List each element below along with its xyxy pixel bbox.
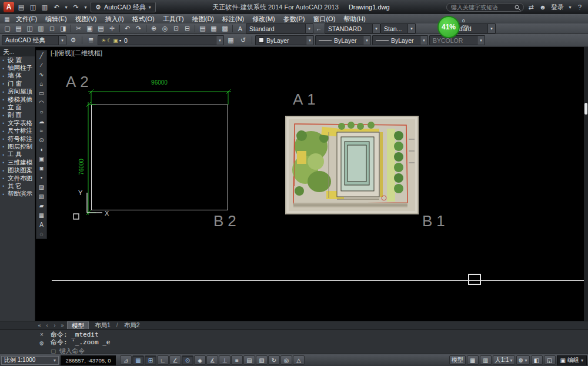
help-icon[interactable]: ? [575,2,584,12]
construction-line-tool[interactable]: ∕ [36,60,46,69]
ellipse-arc-tool[interactable]: ◖ [36,145,46,154]
open-file-button[interactable]: ▤ [13,24,24,33]
chevron-down-icon[interactable]: ▾ [58,36,66,45]
polyline-tool[interactable]: ∿ [36,69,46,79]
arc-tool[interactable]: ◠ [36,98,46,107]
chevron-down-icon[interactable]: ▾ [216,36,223,45]
workspace-switcher[interactable]: ⚙ AutoCAD 经典 ▾ [91,2,156,12]
zoom-realtime-button[interactable]: ◎ [159,24,171,33]
search-input[interactable] [446,3,524,12]
table-style-combo[interactable]: Stan... ▾ [380,23,416,33]
plot-button[interactable]: ▥ [35,24,46,33]
publish-button[interactable]: ◨ [58,24,69,33]
autocad-logo-icon[interactable]: A [4,2,14,12]
osnap-3d-toggle[interactable]: ◈ [194,355,206,365]
dynamic-ucs-toggle[interactable]: ⊥ [219,355,230,365]
chevron-down-icon[interactable]: ▾ [372,24,380,33]
sidebar-item-file-layout[interactable]: ▪文件布图 [0,174,35,182]
new-file-button[interactable]: ▢ [2,24,13,33]
copy-button[interactable]: ▣ [84,24,95,33]
spline-tool[interactable]: ≈ [36,126,46,135]
lineweight-toggle[interactable]: ▤ [243,355,255,365]
viewport-controls[interactable]: [-][俯视][二维线框] [51,49,102,58]
sidebar-item-others[interactable]: ▪其 它 [0,182,35,190]
scale-combo[interactable]: 比例 1:1000 ▾ [1,356,59,365]
cut-button[interactable]: ✂ [73,24,84,33]
sidebar-item-symbol-annotation[interactable]: ▪符号标注 [0,135,35,143]
sidebar-item-block-pattern[interactable]: ▪图块图案 [0,166,35,174]
sidebar-item-door-window[interactable]: ▪门 窗 [0,80,35,88]
gradient-tool[interactable]: ▧ [36,192,46,201]
model-space-button[interactable]: 模型 [449,355,466,365]
sidebar-item-layer-control[interactable]: ▪图层控制 [0,143,35,150]
redo-button[interactable]: ↷ [133,24,144,33]
sidebar-item-3d-modeling[interactable]: ▪三维建模 [0,159,35,166]
annotation-monitor-toggle[interactable]: △ [293,355,305,365]
plot-preview-button[interactable]: ◻ [46,24,58,33]
layer-previous-button[interactable]: ↺ [238,36,249,45]
tab-layout2[interactable]: 布局2 [120,321,144,329]
undo-dropdown-icon[interactable]: ▾ [64,2,69,12]
workspace-combo[interactable]: AutoCAD 经典 ▾ [2,35,66,45]
object-snap-toggle[interactable]: ⊙ [182,355,193,365]
command-window[interactable]: × ⚙ 命令: _mtedit 命令: '_.zoom _e ▢ 键入命令 [0,329,588,354]
menu-modify[interactable]: 修改(M) [248,14,279,23]
menu-edit[interactable]: 编辑(E) [41,14,71,23]
zoom-window-button[interactable]: ⊡ [171,24,182,33]
clean-screen-button[interactable]: ◱ [544,355,556,365]
sidebar-item-axis-grid-column[interactable]: ▪轴网柱子 [0,64,35,72]
menu-help[interactable]: 帮助(H) [339,14,369,23]
ellipse-tool[interactable]: ⊙ [36,135,46,145]
pan-button[interactable]: ⊕ [148,24,159,33]
zoom-previous-button[interactable]: ⊟ [182,24,193,33]
sidebar-item-settings[interactable]: ▪设 置 [0,56,35,64]
tab-prev-button[interactable]: ‹ [44,323,50,328]
lineweight-combo[interactable]: ByLayer ▾ [372,35,428,45]
chevron-down-icon[interactable]: ▾ [305,24,313,33]
sync-icon[interactable]: ⇄ [526,2,536,12]
revision-cloud-tool[interactable]: ☁ [36,116,46,126]
layer-properties-button[interactable]: ≣ [85,36,96,45]
workspace-switching-button[interactable]: ⚙ ▾ [516,355,530,365]
table-tool[interactable]: ▦ [36,210,46,220]
selection-cycling-toggle[interactable]: ↻ [268,355,280,365]
qat-menu-icon[interactable]: ▾ [83,2,88,12]
chevron-down-icon[interactable]: ▾ [420,36,427,45]
create-block-tool[interactable]: ◙ [36,163,46,173]
workspace-settings-icon[interactable]: ⚙ [68,36,79,45]
point-tool[interactable]: • [36,173,46,182]
region-tool[interactable]: ▰ [36,201,46,210]
quick-view-layouts-button[interactable]: ▦ [467,355,479,365]
ortho-toggle[interactable]: ∟ [157,355,169,365]
design-center-button[interactable]: ▦ [208,24,219,33]
sidebar-item-room-roof[interactable]: ▪房间屋顶 [0,88,35,96]
save-button[interactable]: ◫ [28,2,38,12]
menu-format[interactable]: 格式(O) [128,14,159,23]
chevron-down-icon[interactable]: ▾ [407,24,415,33]
properties-button[interactable]: ▤ [197,24,208,33]
paste-button[interactable]: ▤ [95,24,106,33]
layer-freeze-icon[interactable]: ☾ [107,38,112,43]
toolbar-lock-button[interactable]: ◧ [531,355,543,365]
site-plan-image[interactable] [285,116,419,214]
quick-properties-toggle[interactable]: ◎ [280,355,292,365]
redo-button[interactable]: ↷ [71,2,81,12]
panel-header[interactable]: 天... [0,47,35,56]
polygon-tool[interactable]: ⌂ [36,79,46,88]
layer-states-button[interactable]: ▦ [225,36,236,45]
dynamic-input-toggle[interactable]: ≡ [231,355,243,365]
group-panel[interactable]: ▣ 编组 ▾ [557,355,587,365]
sidebar-item-help-demo[interactable]: ▪帮助演示 [0,190,35,198]
linetype-combo[interactable]: ByLayer ▾ [315,35,371,45]
tab-next-button[interactable]: › [52,323,58,328]
tab-last-button[interactable]: » [59,323,65,328]
menu-dimension[interactable]: 标注(N) [218,14,248,23]
plot-button[interactable]: ▥ [40,2,49,12]
sidebar-item-wall[interactable]: ▪墙 体 [0,72,35,80]
chevron-down-icon[interactable]: ▾ [363,36,370,45]
snap-toggle[interactable]: ▦ [132,355,144,365]
rectangle-tool[interactable]: ▭ [36,88,46,98]
menu-view[interactable]: 视图(V) [71,14,101,23]
object-snap-tracking-toggle[interactable]: ∡ [206,355,218,365]
sidebar-item-elevation[interactable]: ▪立 面 [0,103,35,111]
